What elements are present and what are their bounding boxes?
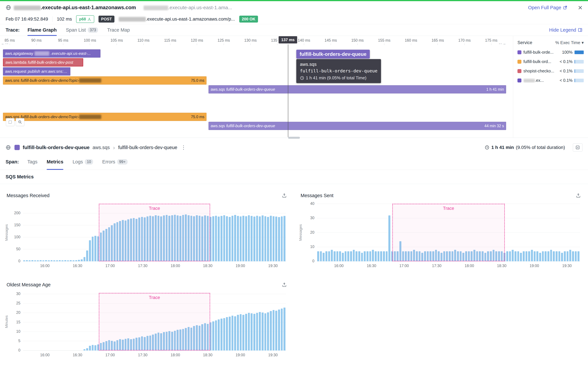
exec-time-bar [574, 60, 584, 63]
chart-bar [342, 253, 344, 261]
chart-bar [542, 251, 544, 261]
window-accent-strip [0, 0, 588, 1]
chart-bar [531, 250, 533, 261]
service-color-dot [518, 50, 521, 54]
page-title: .execute-api.us-east-1.amazonaws.com [14, 5, 136, 11]
secondary-trace-tab[interactable]: .execute-api.us-east-1.ama... [144, 5, 232, 10]
flame-span-lambda[interactable]: aws.lambda fulfill-bulk-orders-dev-post [3, 58, 83, 66]
open-full-page-link[interactable]: Open Full Page [528, 5, 567, 10]
tab-flame-graph[interactable]: Flame Graph [27, 24, 57, 36]
span-detail-header: fulfill-bulk-orders-dev-queue aws.sqs › … [0, 141, 588, 154]
chart-bar [94, 236, 96, 261]
chart-plot-area: Minutes 051015202530Trace [23, 293, 286, 351]
x-tick-label: 16:30 [73, 264, 82, 268]
chart-bar [336, 251, 338, 261]
x-tick-label: 19:00 [236, 264, 245, 268]
chart-plot-area: Messages 010203040Trace [317, 204, 580, 261]
flame-span-sqs-2[interactable]: aws.sqs fulfill-bulk-orders-dev-queue 44… [208, 122, 506, 130]
collapse-panel-button[interactable] [573, 143, 582, 152]
flame-span-sqs-1[interactable]: aws.sqs fulfill-bulk-orders-dev-queue 1 … [208, 85, 506, 93]
chart-bar [526, 251, 527, 261]
span-duration: 1 h 41 min (9.05% of total duration) [485, 145, 565, 150]
flame-span-apigateway[interactable]: aws.apigateway .execute-api.us-east-... [3, 49, 101, 58]
chart-bar [92, 237, 94, 261]
chart-bar [64, 260, 66, 261]
tab-span-list[interactable]: Span List373 [66, 24, 98, 36]
chart-bar [256, 216, 258, 261]
chart-bar [569, 250, 571, 261]
chart-bar [81, 259, 83, 261]
legend-sort-dropdown[interactable]: % Exec Time ▾ [555, 40, 584, 45]
chart-bar [248, 313, 250, 351]
flame-span-request[interactable]: aws.request publish arn:aws:sns:us-ea... [3, 67, 70, 76]
y-tick-label: 0 [18, 259, 21, 263]
legend-row[interactable]: .ex... < 0.1% [518, 78, 584, 83]
chart-bar [253, 217, 255, 261]
x-tick-label: 16:00 [40, 264, 50, 268]
span-service-name: fulfill-bulk-orders-dev-queue [23, 145, 90, 150]
legend-row[interactable]: fulfill-bulk-ord... < 0.1% [518, 59, 584, 64]
x-tick-label: 18:30 [203, 353, 212, 357]
chart-bar [56, 260, 58, 261]
y-tick-label: 150 [14, 223, 21, 227]
chart-bar [267, 217, 269, 261]
export-icon[interactable] [575, 192, 581, 199]
y-tick-label: 20 [310, 230, 315, 235]
x-tick-label: 18:00 [171, 264, 180, 268]
zoom-select-button[interactable] [6, 118, 14, 126]
flame-span-sns-1[interactable]: aws.sns fulfill-bulk-orders-dev-demoTopi… [3, 76, 206, 84]
service-color-square [14, 145, 20, 150]
clock-icon [485, 145, 489, 150]
service-legend-panel: Service % Exec Time ▾ fulfill-bulk-orde.… [513, 36, 588, 138]
tab-metrics[interactable]: Metrics [47, 154, 63, 170]
tab-tags[interactable]: Tags [27, 154, 37, 170]
chart-bar [364, 251, 366, 261]
export-icon[interactable] [281, 281, 287, 288]
kebab-menu-icon[interactable]: ⋮ [181, 144, 186, 151]
chart-bar [83, 349, 86, 351]
x-tick-label: 19:30 [268, 264, 278, 268]
chart-title: Oldest Message Age [7, 282, 51, 288]
x-tick-label: 18:00 [465, 264, 474, 268]
latency-percentile-badge[interactable]: p68 [76, 15, 94, 23]
tab-trace-map[interactable]: Trace Map [107, 24, 130, 36]
tab-errors[interactable]: Errors99+ [102, 154, 128, 170]
chart-bar [317, 251, 319, 261]
chart-bar [353, 250, 355, 261]
time-cursor-line [288, 44, 288, 137]
chart-bar [320, 251, 322, 261]
chart-bar [253, 314, 255, 351]
tab-logs[interactable]: Logs10 [73, 154, 93, 170]
external-link-icon [563, 5, 567, 10]
chart-bar [572, 251, 574, 261]
chart-bar [23, 260, 25, 261]
legend-row[interactable]: shopist-checko... < 0.1% [518, 69, 584, 73]
chart-bar [229, 317, 231, 351]
chart-bar [512, 250, 514, 261]
metrics-charts-grid: Messages Received Messages 050100150200T… [0, 184, 588, 365]
y-tick-label: 15 [16, 320, 21, 324]
tooltip-title: fulfill-bulk-orders-dev-queue [296, 50, 370, 59]
close-icon[interactable]: × [578, 4, 582, 11]
scroll-right-indicator: --→ [499, 41, 506, 46]
chart-bar [564, 251, 566, 261]
export-icon[interactable] [281, 192, 287, 199]
chart-bar [553, 251, 555, 261]
panel-resize-handle[interactable] [288, 137, 300, 139]
chart-bar [70, 260, 72, 261]
chart-plot-area: Messages 050100150200Trace [23, 204, 286, 261]
span-label: Span: [6, 159, 19, 165]
chart-bar [259, 216, 261, 261]
hide-legend-link[interactable]: Hide Legend [549, 27, 582, 33]
chart-bar [323, 253, 325, 261]
time-axis-tick: 170 ms [458, 38, 471, 45]
flame-span-sns-2[interactable]: aws.sns fulfill-bulk-orders-dev-demoTopi… [3, 113, 206, 121]
chart-bar [283, 308, 286, 351]
chart-bar [29, 260, 31, 261]
zoom-out-button[interactable] [16, 118, 24, 126]
chart-bar [220, 216, 222, 261]
chart-bar [534, 251, 536, 261]
legend-row[interactable]: fulfill-bulk-orde... 100% [518, 50, 584, 55]
chart-bar [223, 318, 225, 351]
chevron-right-icon: › [113, 144, 115, 151]
